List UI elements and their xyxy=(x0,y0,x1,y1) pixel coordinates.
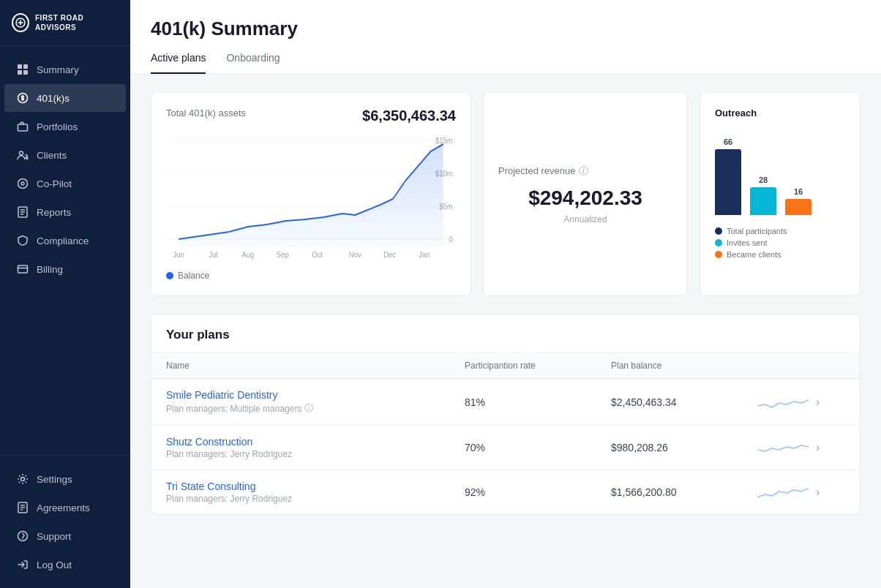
grid-icon xyxy=(16,63,29,76)
plan-balance-tri: $1,566,200.80 xyxy=(611,486,757,498)
sidebar-label: Portfolios xyxy=(37,121,78,132)
sidebar-item-portfolios[interactable]: Portfolios xyxy=(4,113,126,140)
sidebar-label: Settings xyxy=(37,474,72,485)
sidebar-label: Log Out xyxy=(37,559,72,570)
legend-clients-color xyxy=(715,251,722,258)
assets-card: Total 401(k) assets $6,350,463.34 $15m $… xyxy=(151,92,471,296)
plan-name-shutz[interactable]: Shutz Construction xyxy=(166,436,465,448)
legend-invites-label: Invites sent xyxy=(727,238,768,247)
svg-text:0: 0 xyxy=(449,235,453,244)
plans-section: Your plans Name Participantion rate Plan… xyxy=(151,314,861,515)
svg-text:Sep: Sep xyxy=(277,250,289,259)
coin-icon xyxy=(16,91,29,105)
sidebar-label: Co-Pilot xyxy=(37,178,72,189)
sidebar-label: Billing xyxy=(37,264,63,275)
bar-total-label: 66 xyxy=(724,137,732,146)
plan-balance-shutz: $980,208.26 xyxy=(611,442,757,453)
plans-title: Your plans xyxy=(166,328,845,342)
sidebar-label: Summary xyxy=(37,64,79,75)
main-nav: Summary 401(k)s Portfolios xyxy=(0,46,130,455)
svg-point-7 xyxy=(20,151,23,155)
logout-icon xyxy=(16,558,29,571)
plan-manager-shutz: Plan managers: Jerry Rodriguez xyxy=(166,449,465,459)
table-row: Smile Pediatric Dentistry Plan managers:… xyxy=(151,379,860,426)
bar-clients: 16 xyxy=(785,187,811,215)
legend-clients: Became clients xyxy=(715,250,845,259)
sidebar-item-settings[interactable]: Settings xyxy=(4,465,126,493)
sidebar: First Road Advisors Summary 401(k)s xyxy=(0,0,130,588)
col-balance: Plan balance xyxy=(611,361,757,371)
support-icon xyxy=(16,529,29,543)
settings-icon xyxy=(16,472,29,486)
sidebar-item-reports[interactable]: Reports xyxy=(4,198,126,226)
svg-point-9 xyxy=(21,182,24,185)
users-icon xyxy=(16,148,29,162)
assets-chart: $15m $10m $5m 0 xyxy=(166,133,456,265)
bar-clients-label: 16 xyxy=(794,187,803,196)
row-chevron-shutz[interactable]: › xyxy=(816,441,845,454)
revenue-title: Projected revenue ⓘ xyxy=(498,165,588,178)
tab-bar: Active plans Onboarding xyxy=(151,52,861,74)
svg-point-14 xyxy=(18,532,28,541)
plan-balance-smile: $2,450,463.34 xyxy=(611,396,757,408)
bar-invites: 28 xyxy=(750,176,776,215)
plan-manager-tri: Plan managers: Jerry Rodriguez xyxy=(166,494,465,504)
svg-text:$15m: $15m xyxy=(435,136,453,145)
svg-rect-2 xyxy=(23,64,28,69)
plan-name-tri[interactable]: Tri State Consulting xyxy=(166,480,465,492)
sidebar-item-support[interactable]: Support xyxy=(4,522,126,550)
bar-invites-bar xyxy=(750,187,776,215)
row-chevron-tri[interactable]: › xyxy=(816,486,845,499)
sidebar-item-billing[interactable]: Billing xyxy=(4,255,126,283)
svg-rect-6 xyxy=(18,124,28,131)
sidebar-label: Clients xyxy=(37,150,67,161)
svg-rect-3 xyxy=(18,70,22,75)
col-rate: Participantion rate xyxy=(465,361,611,371)
revenue-value: $294,202.33 xyxy=(528,186,642,210)
sidebar-label: 401(k)s xyxy=(37,93,70,104)
line-chart-svg: $15m $10m $5m 0 xyxy=(166,133,456,265)
brand-logo[interactable]: First Road Advisors xyxy=(0,0,130,46)
copilot-icon xyxy=(16,177,29,190)
plan-info: Smile Pediatric Dentistry Plan managers:… xyxy=(166,389,465,415)
sidebar-label: Reports xyxy=(37,207,71,218)
main-content-area: 401(k) Summary Active plans Onboarding T… xyxy=(130,0,881,588)
mini-chart-tri xyxy=(757,481,809,503)
plans-header: Your plans xyxy=(151,314,860,353)
plans-table: Name Participantion rate Plan balance Sm… xyxy=(151,353,860,514)
outreach-title: Outreach xyxy=(715,108,845,118)
dashboard-content: Total 401(k) assets $6,350,463.34 $15m $… xyxy=(130,75,881,532)
sidebar-bottom: Settings Agreements Support xyxy=(0,455,130,588)
outreach-card: Outreach 66 28 16 xyxy=(700,92,861,296)
billing-icon xyxy=(16,263,29,276)
legend-total-label: Total participants xyxy=(727,227,787,235)
svg-text:Dec: Dec xyxy=(383,250,396,259)
reports-icon xyxy=(16,206,29,219)
tab-active-plans[interactable]: Active plans xyxy=(151,52,206,74)
table-row: Tri State Consulting Plan managers: Jerr… xyxy=(151,470,860,514)
tab-onboarding[interactable]: Onboarding xyxy=(226,52,280,74)
sidebar-label: Agreements xyxy=(37,502,90,513)
assets-title: Total 401(k) assets xyxy=(166,108,246,118)
svg-point-12 xyxy=(21,478,25,481)
sidebar-item-copilot[interactable]: Co-Pilot xyxy=(4,170,126,197)
sidebar-item-agreements[interactable]: Agreements xyxy=(4,494,126,521)
sidebar-item-compliance[interactable]: Compliance xyxy=(4,227,126,255)
sidebar-item-summary[interactable]: Summary xyxy=(4,56,126,83)
bar-total-bar xyxy=(715,149,741,215)
row-chevron-smile[interactable]: › xyxy=(816,396,845,409)
info-icon: ⓘ xyxy=(579,165,588,178)
bar-invites-label: 28 xyxy=(759,176,768,184)
mini-chart-smile xyxy=(757,391,809,413)
plan-rate-shutz: 70% xyxy=(465,442,611,453)
legend-invites-color xyxy=(715,239,722,246)
page-header: 401(k) Summary Active plans Onboarding xyxy=(130,0,881,75)
sidebar-item-clients[interactable]: Clients xyxy=(4,141,126,169)
plan-name-smile[interactable]: Smile Pediatric Dentistry xyxy=(166,389,465,401)
shield-icon xyxy=(16,234,29,247)
agreements-icon xyxy=(16,501,29,514)
brand-name: First Road Advisors xyxy=(35,13,119,32)
sidebar-item-logout[interactable]: Log Out xyxy=(4,551,126,578)
portfolios-icon xyxy=(16,120,29,133)
sidebar-item-401ks[interactable]: 401(k)s xyxy=(4,84,126,112)
